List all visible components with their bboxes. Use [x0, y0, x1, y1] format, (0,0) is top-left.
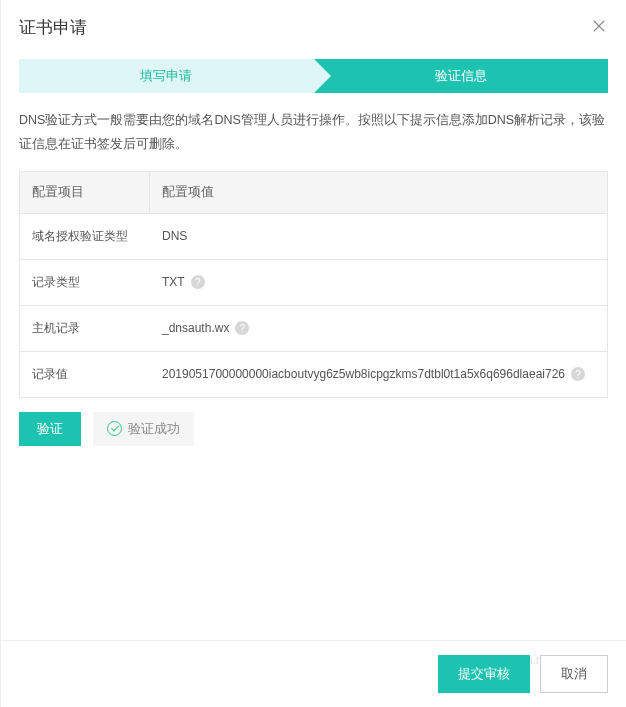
value-text: TXT: [162, 275, 185, 289]
row-value: _dnsauth.wx ?: [150, 321, 607, 335]
row-value: TXT ?: [150, 275, 607, 289]
value-text: DNS: [162, 229, 187, 243]
certificate-request-modal: 证书申请 填写申请 验证信息 DNS验证方式一般需要由您的域名DNS管理人员进行…: [0, 0, 626, 707]
header-config-value: 配置项值: [150, 172, 607, 213]
modal-footer: 提交审核 取消: [1, 640, 626, 707]
submit-review-button[interactable]: 提交审核: [438, 655, 530, 693]
value-text: 2019051700000000iacboutvyg6z5wb8icpgzkms…: [162, 367, 565, 381]
row-label: 主机记录: [20, 320, 150, 337]
step-label: 填写申请: [140, 67, 192, 85]
table-row: 记录类型 TXT ?: [20, 260, 607, 306]
header-config-item: 配置项目: [20, 172, 150, 213]
check-circle-icon: [107, 421, 122, 436]
success-text: 验证成功: [128, 420, 180, 438]
row-label: 记录值: [20, 366, 150, 383]
table-header: 配置项目 配置项值: [20, 172, 607, 214]
row-label: 域名授权验证类型: [20, 228, 150, 245]
verify-actions: 验证 验证成功: [19, 412, 608, 446]
row-label: 记录类型: [20, 274, 150, 291]
value-text: _dnsauth.wx: [162, 321, 229, 335]
table-row: 记录值 2019051700000000iacboutvyg6z5wb8icpg…: [20, 352, 607, 398]
modal-header: 证书申请: [1, 0, 626, 53]
step-verify-info[interactable]: 验证信息: [314, 59, 609, 93]
close-icon[interactable]: [590, 17, 608, 39]
verification-description: DNS验证方式一般需要由您的域名DNS管理人员进行操作。按照以下提示信息添加DN…: [19, 109, 608, 157]
help-icon[interactable]: ?: [235, 321, 249, 335]
help-icon[interactable]: ?: [191, 275, 205, 289]
table-row: 主机记录 _dnsauth.wx ?: [20, 306, 607, 352]
step-bar: 填写申请 验证信息: [19, 59, 608, 93]
cancel-button[interactable]: 取消: [540, 655, 608, 693]
row-value: 2019051700000000iacboutvyg6z5wb8icpgzkms…: [150, 367, 607, 381]
verify-success-status: 验证成功: [93, 412, 194, 446]
config-table: 配置项目 配置项值 域名授权验证类型 DNS 记录类型 TXT ? 主机记录 _…: [19, 171, 608, 398]
table-row: 域名授权验证类型 DNS: [20, 214, 607, 260]
help-icon[interactable]: ?: [571, 367, 585, 381]
row-value: DNS: [150, 229, 607, 243]
modal-title: 证书申请: [19, 16, 87, 39]
verify-button[interactable]: 验证: [19, 412, 81, 446]
step-fill-application[interactable]: 填写申请: [19, 59, 314, 93]
step-label: 验证信息: [435, 67, 487, 85]
